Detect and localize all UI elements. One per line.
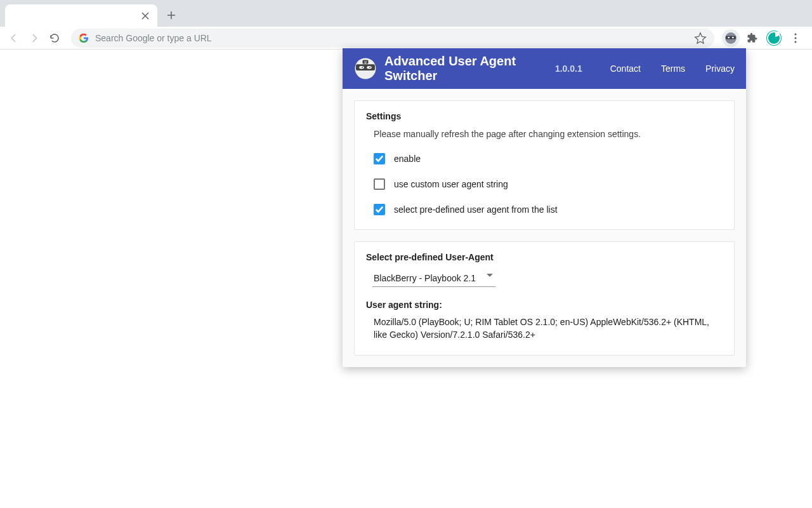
- privacy-link[interactable]: Privacy: [705, 64, 735, 74]
- popup-title: Advanced User Agent Switcher: [384, 54, 544, 83]
- svg-text:U: U: [364, 61, 366, 64]
- settings-heading: Settings: [366, 111, 723, 121]
- extension-popup: U Advanced User Agent Switcher 1.0.0.1 C…: [343, 48, 746, 367]
- svg-point-2: [728, 37, 730, 38]
- reload-button[interactable]: [46, 29, 63, 47]
- back-button[interactable]: [5, 29, 23, 47]
- checkmark-icon: [375, 205, 384, 214]
- new-tab-button[interactable]: [162, 6, 180, 24]
- puzzle-icon: [747, 32, 758, 44]
- omnibox[interactable]: [71, 29, 714, 48]
- popup-version: 1.0.0.1: [555, 64, 582, 74]
- profile-avatar-icon: [767, 31, 781, 45]
- svg-point-3: [732, 37, 734, 38]
- forward-button[interactable]: [25, 29, 43, 47]
- svg-point-5: [794, 37, 796, 39]
- ninja-icon: [724, 32, 737, 44]
- active-tab[interactable]: [5, 4, 157, 27]
- terms-link[interactable]: Terms: [661, 64, 685, 74]
- toolbar-right: [722, 29, 807, 47]
- ua-select[interactable]: BlackBerry - Playbook 2.1: [372, 270, 495, 287]
- svg-point-6: [794, 41, 796, 43]
- svg-point-4: [794, 33, 796, 35]
- ua-select-value: BlackBerry - Playbook 2.1: [374, 273, 476, 283]
- contact-link[interactable]: Contact: [610, 64, 641, 74]
- predefined-checkbox[interactable]: [374, 204, 385, 215]
- browser-toolbar: [0, 27, 812, 50]
- custom-ua-label: use custom user agent string: [394, 179, 508, 189]
- predefined-label: select pre-defined user agent from the l…: [394, 204, 558, 215]
- setting-predefined-row: select pre-defined user agent from the l…: [374, 204, 723, 215]
- profile-button[interactable]: [765, 29, 783, 47]
- setting-custom-ua-row: use custom user agent string: [374, 178, 723, 190]
- custom-ua-checkbox[interactable]: [374, 178, 385, 190]
- predefined-heading: Select pre-defined User-Agent: [366, 252, 723, 262]
- svg-point-11: [359, 66, 364, 69]
- reload-icon: [49, 32, 60, 44]
- checkmark-icon: [375, 154, 384, 163]
- settings-card: Settings Please manually refresh the pag…: [354, 100, 735, 230]
- app-logo-icon: U: [354, 57, 377, 80]
- bookmark-star-icon[interactable]: [694, 32, 707, 44]
- page-viewport: U Advanced User Agent Switcher 1.0.0.1 C…: [0, 50, 812, 508]
- extension-ua-switcher-icon[interactable]: [722, 29, 740, 47]
- vertical-dots-icon: [794, 33, 797, 43]
- setting-enable-row: enable: [374, 153, 723, 164]
- enable-label: enable: [394, 154, 421, 164]
- arrow-left-icon: [8, 32, 20, 44]
- settings-note: Please manually refresh the page after c…: [374, 129, 723, 139]
- plus-icon: [167, 11, 176, 20]
- browser-menu-button[interactable]: [787, 29, 804, 47]
- caret-down-icon: [487, 274, 493, 277]
- svg-point-12: [367, 66, 372, 69]
- tab-strip: [0, 0, 812, 27]
- url-input[interactable]: [95, 33, 688, 43]
- svg-point-14: [369, 67, 370, 68]
- ua-string-value: Mozilla/5.0 (PlayBook; U; RIM Tablet OS …: [374, 316, 720, 341]
- enable-checkbox[interactable]: [374, 153, 385, 164]
- extensions-button[interactable]: [743, 29, 761, 47]
- google-g-icon: [79, 33, 89, 43]
- svg-point-13: [362, 67, 363, 68]
- popup-header: U Advanced User Agent Switcher 1.0.0.1 C…: [343, 48, 746, 89]
- svg-rect-1: [726, 36, 736, 39]
- svg-rect-8: [356, 64, 375, 70]
- predefined-card: Select pre-defined User-Agent BlackBerry…: [354, 241, 735, 356]
- ua-string-label: User agent string:: [366, 300, 723, 310]
- close-icon[interactable]: [141, 11, 150, 20]
- arrow-right-icon: [29, 32, 40, 44]
